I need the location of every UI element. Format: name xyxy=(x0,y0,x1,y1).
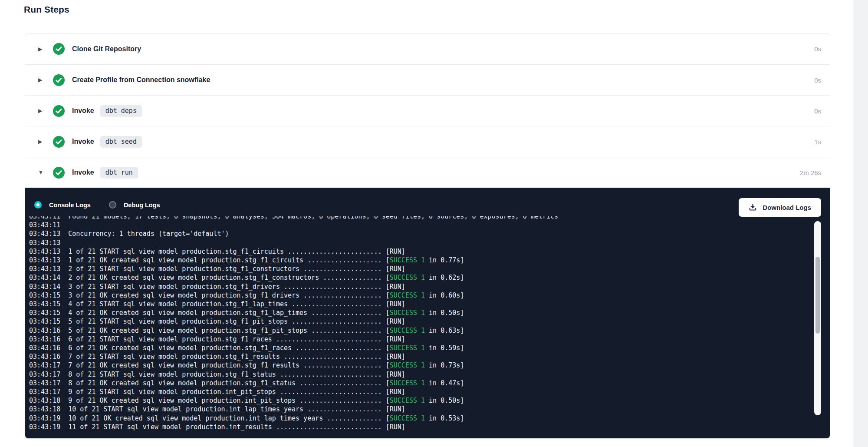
log-text: 10 of 21 START sql view model production… xyxy=(68,405,405,413)
step-row[interactable]: ▶Create Profile from Connection snowflak… xyxy=(25,64,830,95)
page-title: Run Steps xyxy=(24,4,69,15)
log-timestamp: 03:43:11 xyxy=(29,216,60,220)
log-timestamp: 03:43:14 xyxy=(29,283,60,291)
log-timestamp: 03:43:15 xyxy=(29,318,60,325)
log-line: 03:43:189 of 21 OK created sql view mode… xyxy=(29,396,810,405)
log-text: 3 of 21 OK created sql view model produc… xyxy=(68,291,390,299)
log-line: 03:43:11Found 21 models, 17 tests, 0 sna… xyxy=(29,216,810,221)
log-timestamp: 03:43:15 xyxy=(29,291,60,299)
log-line: 03:43:142 of 21 OK created sql view mode… xyxy=(29,273,810,282)
log-line: 03:43:177 of 21 OK created sql view mode… xyxy=(29,361,810,370)
step-label: Clone Git Repository xyxy=(72,45,141,53)
step-duration: 0s xyxy=(814,107,821,115)
status-success-icon xyxy=(53,74,65,86)
step-command-badge: dbt seed xyxy=(100,136,142,148)
debug-logs-label: Debug Logs xyxy=(124,202,160,209)
log-text: 1 of 21 OK created sql view model produc… xyxy=(68,256,390,264)
log-timestamp: 03:43:13 xyxy=(29,230,60,238)
step-row[interactable]: ▶Invokedbt seed1s xyxy=(25,126,830,157)
log-success-text: SUCCESS 1 xyxy=(390,397,425,404)
step-command-badge: dbt deps xyxy=(100,105,142,117)
log-line: 03:43:179 of 21 START sql view model pro… xyxy=(29,387,810,396)
log-line: 03:43:1911 of 21 START sql view model pr… xyxy=(29,423,810,431)
log-line: 03:43:154 of 21 OK created sql view mode… xyxy=(29,308,810,317)
log-line: 03:43:165 of 21 OK created sql view mode… xyxy=(29,326,810,335)
log-text: in 0.50s] xyxy=(425,309,464,317)
debug-logs-radio[interactable]: Debug Logs xyxy=(109,201,160,209)
expand-caret-icon[interactable]: ▶ xyxy=(38,108,46,113)
step-label: Invoke xyxy=(72,169,94,176)
log-timestamp: 03:43:13 xyxy=(29,256,60,264)
console-logs-label: Console Logs xyxy=(49,202,91,209)
log-text: in 0.73s] xyxy=(425,361,464,369)
expand-caret-icon[interactable]: ▶ xyxy=(38,139,46,144)
log-scrollbar-thumb[interactable] xyxy=(815,257,820,334)
log-text: in 0.60s] xyxy=(425,291,464,299)
page-scrollbar-gutter[interactable] xyxy=(853,0,868,447)
log-timestamp: 03:43:14 xyxy=(29,274,60,281)
log-timestamp: 03:43:13 xyxy=(29,239,60,247)
log-line: 03:43:178 of 21 OK created sql view mode… xyxy=(29,379,810,387)
log-timestamp: 03:43:17 xyxy=(29,379,60,387)
log-success-text: SUCCESS 1 xyxy=(390,256,425,264)
log-text: 6 of 21 OK created sql view model produc… xyxy=(68,344,390,352)
radio-selected-icon[interactable] xyxy=(34,201,42,209)
step-duration: 1s xyxy=(814,138,821,146)
log-success-text: SUCCESS 1 xyxy=(390,344,425,352)
log-text: 9 of 21 START sql view model production.… xyxy=(68,388,405,396)
log-line: 03:43:13Concurrency: 1 threads (target='… xyxy=(29,229,810,238)
log-timestamp: 03:43:18 xyxy=(29,405,60,413)
log-text: in 0.63s] xyxy=(425,327,464,334)
log-line: 03:43:153 of 21 OK created sql view mode… xyxy=(29,291,810,300)
console-logs-radio[interactable]: Console Logs xyxy=(34,201,91,209)
log-timestamp: 03:43:18 xyxy=(29,397,60,404)
log-text: 5 of 21 START sql view model production.… xyxy=(68,318,405,325)
log-timestamp: 03:43:11 xyxy=(29,221,60,229)
expand-caret-icon[interactable]: ▶ xyxy=(38,46,46,52)
step-row[interactable]: ▼Invokedbt run2m 26s xyxy=(25,157,830,188)
log-timestamp: 03:43:16 xyxy=(29,353,60,361)
log-text: 3 of 21 START sql view model production.… xyxy=(68,283,405,291)
log-line: 03:43:155 of 21 START sql view model pro… xyxy=(29,317,810,326)
step-row[interactable]: ▶Clone Git Repository0s xyxy=(25,33,830,64)
radio-unselected-icon[interactable] xyxy=(109,201,116,209)
log-text: 9 of 21 OK created sql view model produc… xyxy=(68,397,390,404)
log-timestamp: 03:43:15 xyxy=(29,309,60,317)
step-duration: 0s xyxy=(814,76,821,84)
status-success-icon xyxy=(53,43,65,55)
log-line: 03:43:143 of 21 START sql view model pro… xyxy=(29,282,810,291)
log-line: 03:43:132 of 21 START sql view model pro… xyxy=(29,265,810,273)
log-text: 1 of 21 START sql view model production.… xyxy=(68,248,405,255)
download-logs-button[interactable]: Download Logs xyxy=(739,198,821,217)
log-line: 03:43:1910 of 21 OK created sql view mod… xyxy=(29,414,810,423)
log-line: 03:43:11 xyxy=(29,221,810,229)
status-success-icon xyxy=(53,167,65,179)
log-text: 10 of 21 OK created sql view model produ… xyxy=(68,414,390,422)
log-text: in 0.53s] xyxy=(425,414,464,422)
log-text: 7 of 21 OK created sql view model produc… xyxy=(68,361,390,369)
log-success-text: SUCCESS 1 xyxy=(390,379,425,387)
log-success-text: SUCCESS 1 xyxy=(390,414,425,422)
console-log-output[interactable]: 03:43:11Found 21 models, 17 tests, 0 sna… xyxy=(29,216,810,433)
log-scrollbar-track[interactable] xyxy=(814,221,821,415)
log-line: 03:43:13 xyxy=(29,238,810,247)
log-text: Concurrency: 1 threads (target='default'… xyxy=(68,230,229,238)
log-timestamp: 03:43:16 xyxy=(29,344,60,352)
step-label: Invoke xyxy=(72,138,94,146)
log-text: 4 of 21 OK created sql view model produc… xyxy=(68,309,390,317)
log-text: 2 of 21 START sql view model production.… xyxy=(68,265,405,273)
log-text: in 0.59s] xyxy=(425,344,464,352)
log-line: 03:43:154 of 21 START sql view model pro… xyxy=(29,300,810,308)
log-timestamp: 03:43:19 xyxy=(29,423,60,431)
log-timestamp: 03:43:17 xyxy=(29,371,60,378)
log-success-text: SUCCESS 1 xyxy=(390,309,425,317)
log-text: 5 of 21 OK created sql view model produc… xyxy=(68,327,390,334)
log-line: 03:43:1810 of 21 START sql view model pr… xyxy=(29,405,810,414)
log-text: 8 of 21 OK created sql view model produc… xyxy=(68,379,390,387)
step-row[interactable]: ▶Invokedbt deps0s xyxy=(25,95,830,126)
log-text: in 0.47s] xyxy=(425,379,464,387)
collapse-caret-icon[interactable]: ▼ xyxy=(38,170,46,175)
log-text: 6 of 21 START sql view model production.… xyxy=(68,335,405,343)
expand-caret-icon[interactable]: ▶ xyxy=(38,77,46,83)
log-timestamp: 03:43:13 xyxy=(29,265,60,273)
